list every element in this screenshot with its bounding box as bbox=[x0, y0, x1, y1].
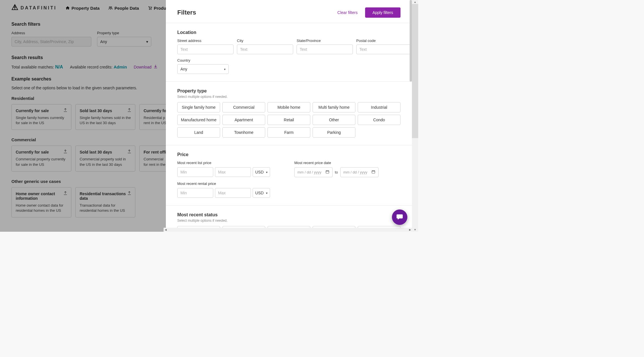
state-label: State/Province bbox=[297, 39, 353, 43]
property-type-chip[interactable]: Industrial bbox=[358, 102, 401, 112]
price-section: Price Most recent list price USD ▾ Most … bbox=[177, 152, 401, 198]
chat-bubble-button[interactable] bbox=[392, 209, 407, 225]
property-type-section: Property type Select multiple options if… bbox=[177, 88, 401, 138]
rental-price-label: Most recent rental price bbox=[177, 181, 283, 186]
price-date-label: Most recent price date bbox=[294, 161, 401, 165]
scroll-up-arrow-icon[interactable]: ▲ bbox=[412, 0, 418, 4]
filters-panel: Filters Clear filters Apply filters Loca… bbox=[166, 0, 412, 232]
list-price-currency-select[interactable]: USD ▾ bbox=[253, 167, 270, 177]
property-type-chip[interactable]: Mobile home bbox=[267, 102, 310, 112]
divider bbox=[166, 23, 412, 23]
svg-rect-4 bbox=[326, 171, 329, 173]
status-sub: Select multiple options if needed. bbox=[177, 219, 401, 223]
property-type-chip[interactable]: Parking bbox=[313, 127, 355, 138]
postal-input[interactable] bbox=[356, 45, 412, 54]
property-type-chip[interactable]: Condo bbox=[358, 115, 401, 125]
property-type-chip[interactable]: Land bbox=[177, 127, 220, 138]
calendar-icon bbox=[371, 170, 375, 175]
property-type-chip[interactable]: Retail bbox=[267, 115, 310, 125]
rental-price-min-input[interactable] bbox=[177, 188, 213, 198]
price-title: Price bbox=[177, 152, 401, 157]
state-input[interactable] bbox=[297, 45, 353, 54]
window-scrollbar-vertical[interactable]: ▲ ▼ bbox=[412, 0, 418, 232]
city-input[interactable] bbox=[237, 45, 293, 54]
property-type-chip[interactable]: Farm bbox=[267, 127, 310, 138]
calendar-icon bbox=[325, 170, 329, 175]
panel-scrollbar[interactable] bbox=[410, 0, 412, 228]
filters-title: Filters bbox=[177, 9, 196, 16]
chevron-down-icon: ▾ bbox=[224, 68, 226, 71]
list-price-max-input[interactable] bbox=[215, 167, 251, 177]
status-title: Most recent status bbox=[177, 212, 401, 217]
property-type-chip[interactable]: Single family home bbox=[177, 102, 220, 112]
apply-filters-button[interactable]: Apply filters bbox=[365, 7, 401, 18]
price-date-from-input[interactable]: mm / dd / yyyy bbox=[294, 167, 333, 177]
chat-icon bbox=[396, 213, 403, 221]
postal-label: Postal code bbox=[356, 39, 412, 43]
street-address-input[interactable] bbox=[177, 45, 234, 54]
property-type-chip[interactable]: Multi family home bbox=[313, 102, 355, 112]
street-address-label: Street address bbox=[177, 39, 234, 43]
scroll-right-arrow-icon[interactable]: ▶ bbox=[408, 228, 412, 232]
panel-scrollbar-thumb[interactable] bbox=[410, 0, 412, 82]
property-type-chip[interactable]: Apartment bbox=[222, 115, 265, 125]
city-label: City bbox=[237, 39, 293, 43]
divider bbox=[166, 81, 412, 82]
chevron-down-icon: ▾ bbox=[266, 171, 267, 174]
chevron-down-icon: ▾ bbox=[266, 191, 267, 195]
country-label: Country bbox=[177, 58, 229, 62]
divider bbox=[166, 145, 412, 145]
window-scrollbar-horizontal[interactable]: ◀ ▶ bbox=[164, 228, 412, 232]
date-to-label: to bbox=[335, 170, 338, 174]
property-type-chip[interactable]: Manufactured home bbox=[177, 115, 220, 125]
list-price-min-input[interactable] bbox=[177, 167, 213, 177]
rental-price-max-input[interactable] bbox=[215, 188, 251, 198]
clear-filters-button[interactable]: Clear filters bbox=[337, 10, 358, 15]
scroll-left-arrow-icon[interactable]: ◀ bbox=[164, 228, 168, 232]
property-type-chip[interactable]: Other bbox=[313, 115, 355, 125]
price-date-to-input[interactable]: mm / dd / yyyy bbox=[340, 167, 379, 177]
window-scrollbar-thumb[interactable] bbox=[412, 4, 418, 138]
location-title: Location bbox=[177, 30, 401, 35]
location-section: Location Street address City State/Provi… bbox=[177, 30, 401, 74]
property-type-sub: Select multiple options if needed. bbox=[177, 95, 401, 99]
rental-price-currency-select[interactable]: USD ▾ bbox=[253, 188, 270, 198]
svg-rect-5 bbox=[372, 171, 375, 173]
country-select[interactable]: Any ▾ bbox=[177, 64, 229, 74]
property-type-title: Property type bbox=[177, 88, 401, 94]
property-type-chip[interactable]: Commercial bbox=[222, 102, 265, 112]
divider bbox=[166, 205, 412, 205]
filters-header: Filters Clear filters Apply filters bbox=[177, 7, 401, 18]
property-type-chip[interactable]: Townhome bbox=[222, 127, 265, 138]
property-type-chips: Single family homeCommercialMobile homeM… bbox=[177, 102, 401, 138]
list-price-label: Most recent list price bbox=[177, 161, 283, 165]
scroll-down-arrow-icon[interactable]: ▼ bbox=[412, 228, 418, 232]
